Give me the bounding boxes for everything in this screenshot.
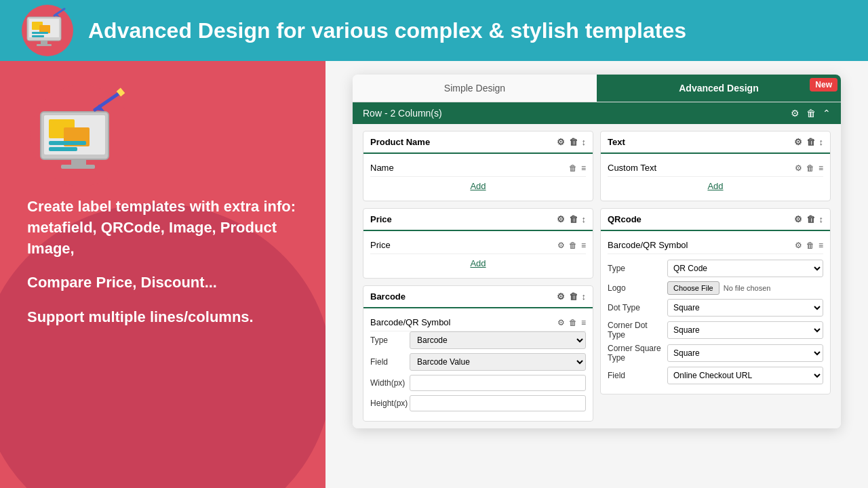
qr-field-menu-icon[interactable]: ≡ [818,241,823,250]
qr-corner-sq-select[interactable]: Square [667,344,823,362]
qrcode-body: Barcode/QR Symbol ⚙ 🗑 ≡ Type Q [601,231,830,394]
qr-dot-type-select[interactable]: Square [667,299,823,317]
text-sort-icon[interactable]: ↕ [819,137,824,147]
text-delete-icon[interactable]: 🗑 [806,137,815,147]
no-file-text: No file chosen [724,284,771,292]
text-title: Text [608,137,625,147]
barcode-field-label: Field [370,357,404,367]
price-sort-icon[interactable]: ↕ [582,214,587,224]
text-field-menu-icon[interactable]: ≡ [818,163,823,173]
qr-corner-dot-label: Corner Dot Type [608,321,662,340]
header-title: Advanced Design for various complex & st… [88,18,686,43]
barcode-width-row: Width(px) [370,375,586,391]
left-panel: Create label templates with extra info: … [0,61,326,488]
choose-file-button[interactable]: Choose File [667,281,719,295]
barcode-height-label: Height(px) [370,399,404,408]
gear-icon[interactable]: ⚙ [791,108,800,119]
file-group: Choose File No file chosen [667,281,770,295]
price-field-menu-icon[interactable]: ≡ [581,241,586,250]
left-content: Create label templates with extra info: … [27,81,298,342]
qr-field-delete-icon[interactable]: 🗑 [806,241,814,250]
barcode-width-input[interactable] [410,375,586,391]
delete-icon[interactable]: 🗑 [569,137,578,147]
sort-icon[interactable]: ↕ [582,137,587,147]
qrcode-section: QRcode ⚙ 🗑 ↕ Barcode/QR Symbol [600,208,831,394]
barcode-field-select[interactable]: Barcode Value [410,353,586,371]
barcode-section: Barcode ⚙ 🗑 ↕ Barcode/QR Symbol [363,285,593,422]
qrcode-header: QRcode ⚙ 🗑 ↕ [601,209,830,231]
qr-symbol-field: Barcode/QR Symbol [608,240,688,250]
svg-rect-16 [49,141,86,145]
barcode-field-menu-icon[interactable]: ≡ [581,318,586,327]
row-header-icons: ⚙ 🗑 ⌃ [791,108,831,119]
left-paragraph1: Create label templates with extra info: … [27,197,298,259]
qr-corner-dot-select[interactable]: Square [667,321,823,339]
app-logo-icon [20,3,75,58]
barcode-title: Barcode [370,291,406,302]
price-settings-icon[interactable]: ⚙ [557,214,565,224]
settings-icon[interactable]: ⚙ [557,137,565,147]
qr-type-row: Type QR Code [608,260,823,277]
price-add-link[interactable]: Add [370,254,586,272]
text-field-settings-icon[interactable]: ⚙ [795,163,802,173]
barcode-field-settings-icon[interactable]: ⚙ [557,318,565,327]
price-field-settings-icon[interactable]: ⚙ [557,241,565,250]
left-col: Product Name ⚙ 🗑 ↕ Name 🗑 [363,131,593,422]
barcode-symbol-field: Barcode/QR Symbol [370,317,451,327]
price-field-delete-icon[interactable]: 🗑 [569,241,577,250]
chevron-up-icon[interactable]: ⌃ [823,108,831,119]
tab-simple[interactable]: Simple Design [353,75,597,102]
left-paragraph3: Support multiple lines/columns. [27,307,298,328]
text-settings-icon[interactable]: ⚙ [794,137,802,147]
price-delete-icon[interactable]: 🗑 [569,214,578,224]
field-menu-icon[interactable]: ≡ [581,163,586,173]
barcode-type-label: Type [370,336,404,345]
qr-field-select[interactable]: Online Checkout URL [667,367,823,384]
price-header: Price ⚙ 🗑 ↕ [363,209,593,231]
barcode-symbol-row: Barcode/QR Symbol ⚙ 🗑 ≡ [370,314,586,331]
product-name-title: Product Name [370,137,430,147]
barcode-symbol-icons: ⚙ 🗑 ≡ [557,318,586,327]
svg-rect-22 [61,165,95,169]
text-section: Text ⚙ 🗑 ↕ Custom Text ⚙ [600,131,831,201]
text-field-row: Custom Text ⚙ 🗑 ≡ [608,159,823,177]
barcode-field-delete-icon[interactable]: 🗑 [569,318,577,327]
tab-advanced[interactable]: Advanced Design [597,75,841,102]
product-name-add-link[interactable]: Add [370,177,586,195]
header: Advanced Design for various complex & st… [0,0,868,61]
qrcode-header-icons: ⚙ 🗑 ↕ [794,214,824,224]
qr-symbol-icons: ⚙ 🗑 ≡ [795,241,823,250]
svg-rect-17 [49,147,77,151]
qr-corner-sq-row: Corner Square Type Square [608,344,823,363]
qr-symbol-row: Barcode/QR Symbol ⚙ 🗑 ≡ [608,237,823,254]
qrcode-delete-icon[interactable]: 🗑 [806,214,815,224]
price-field: Price [370,240,391,250]
barcode-body: Barcode/QR Symbol ⚙ 🗑 ≡ Type B [363,308,593,421]
price-field-row: Price ⚙ 🗑 ≡ [370,237,586,254]
row-header: Row - 2 Column(s) ⚙ 🗑 ⌃ [353,102,841,124]
text-field-delete-icon[interactable]: 🗑 [806,163,814,173]
tabs-bar: Simple Design Advanced Design New [353,75,841,102]
barcode-height-input[interactable] [410,395,586,411]
qr-corner-dot-row: Corner Dot Type Square [608,321,823,340]
text-add-link[interactable]: Add [608,177,823,195]
svg-rect-10 [37,44,52,46]
qrcode-sort-icon[interactable]: ↕ [819,214,824,224]
barcode-type-row: Type Barcode [370,331,586,349]
qrcode-settings-icon[interactable]: ⚙ [794,214,802,224]
price-section: Price ⚙ 🗑 ↕ Price ⚙ [363,208,593,279]
qr-field-settings-icon[interactable]: ⚙ [795,241,802,250]
barcode-settings-icon[interactable]: ⚙ [557,291,565,302]
barcode-sort-icon[interactable]: ↕ [582,291,587,302]
trash-icon[interactable]: 🗑 [806,108,816,119]
qr-field-label: Field [608,371,662,380]
barcode-delete-icon[interactable]: 🗑 [569,291,578,302]
product-name-body: Name 🗑 ≡ Add [363,154,593,201]
new-badge: New [810,78,837,92]
field-delete-icon[interactable]: 🗑 [569,163,577,173]
product-name-field-icons: 🗑 ≡ [569,163,586,173]
qr-type-select[interactable]: QR Code [667,260,823,277]
price-body: Price ⚙ 🗑 ≡ Add [363,231,593,278]
left-top [27,81,298,190]
barcode-type-select[interactable]: Barcode [410,331,586,349]
